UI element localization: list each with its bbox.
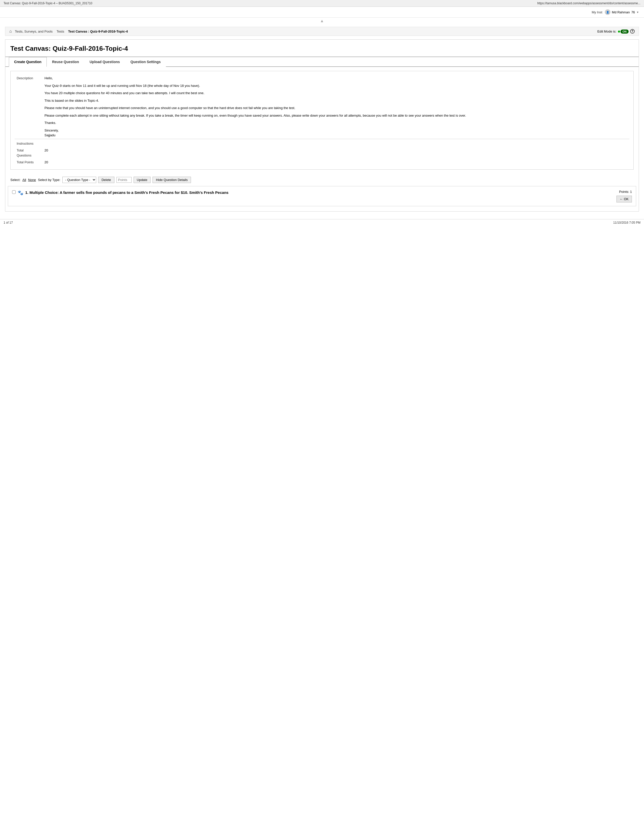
breadcrumb-bar: ⌂ Tests, Surveys, and Pools Tests Test C… <box>5 27 639 36</box>
desc-para-3: This is based on the slides in Topic-4. <box>45 98 627 103</box>
total-points-row: Total Points 20 <box>14 159 630 166</box>
nav-expand-arrow[interactable]: ▲ <box>0 18 644 24</box>
select-none-link[interactable]: None <box>28 178 36 182</box>
help-button[interactable]: ? <box>630 29 635 34</box>
edit-mode-control: Edit Mode is: ON ? <box>597 29 635 34</box>
total-points-label: Total Points <box>14 159 42 166</box>
browser-bar: Test Canvas: Quiz-9-Fall-2016-Topic-4 – … <box>0 0 644 7</box>
select-by-type-label: Select by Type: <box>38 178 60 182</box>
desc-para-4: Please note that you should have an unin… <box>45 106 627 111</box>
tab-reuse-question[interactable]: Reuse Question <box>47 57 84 67</box>
instructions-label: Instructions <box>14 139 42 147</box>
controls-row: Select: All None Select by Type: - Quest… <box>5 174 639 186</box>
question-points-value: 1 <box>630 190 632 194</box>
question-text: 1. Multiple Choice: A farmer sells five … <box>25 190 229 195</box>
tabs-bar: Create Question Reuse Question Upload Qu… <box>5 57 639 67</box>
user-score: 76 <box>631 10 635 14</box>
description-section: Description Hello, Your Quiz-9 starts on… <box>10 71 634 170</box>
question-checkbox[interactable] <box>12 190 16 194</box>
edit-mode-label: Edit Mode is: <box>597 29 616 33</box>
desc-para-6: Thanks. <box>45 121 627 125</box>
points-input[interactable] <box>116 177 132 183</box>
user-dropdown-arrow[interactable]: ▼ <box>636 11 639 14</box>
question-body: A farmer sells five pounds of pecans to … <box>60 190 228 195</box>
question-left: 🐾 1. Multiple Choice: A farmer sells fiv… <box>12 190 599 196</box>
breadcrumb-separator-2 <box>54 29 55 33</box>
breadcrumb: ⌂ Tests, Surveys, and Pools Tests Test C… <box>9 29 128 34</box>
desc-para-2: You have 20 multiple choice questions fo… <box>45 91 627 96</box>
question-type-icon: 🐾 <box>18 190 23 196</box>
hide-question-details-button[interactable]: Hide Question Details <box>153 177 191 183</box>
breadcrumb-link-tests[interactable]: Tests <box>56 29 64 33</box>
update-button[interactable]: Update <box>134 177 151 183</box>
question-row-1: 🐾 1. Multiple Choice: A farmer sells fiv… <box>8 186 636 206</box>
ok-button[interactable]: ← OK <box>617 196 632 203</box>
edit-mode-indicator: ON <box>618 29 629 33</box>
user-info: 👤 Md Rahman 76 ▼ <box>605 9 639 15</box>
question-type-select[interactable]: - Question Type - <box>63 177 96 183</box>
on-badge[interactable]: ON <box>620 29 629 34</box>
description-table: Description Hello, Your Quiz-9 starts on… <box>14 75 630 166</box>
tab-create-question[interactable]: Create Question <box>9 57 47 67</box>
total-questions-value: 20 <box>42 147 630 159</box>
top-nav: My Inst 👤 Md Rahman 76 ▼ <box>0 7 644 18</box>
desc-para-5: Please complete each attempt in one sitt… <box>45 113 627 118</box>
description-row: Description Hello, Your Quiz-9 starts on… <box>14 75 630 139</box>
total-questions-row: TotalQuestions 20 <box>14 147 630 159</box>
user-name: Md Rahman <box>612 10 630 14</box>
browser-title: Test Canvas: Quiz-9-Fall-2016-Topic-4 – … <box>3 2 92 5</box>
footer-bar: 1 of 17 11/10/2016 7:05 PM <box>0 219 644 226</box>
select-label: Select: <box>10 178 21 182</box>
question-points-label: Points: 1 <box>602 190 632 194</box>
desc-para-1: Your Quiz-9 starts on Nov 11 and it will… <box>45 83 627 88</box>
page-info: 1 of 17 <box>3 221 13 224</box>
delete-button[interactable]: Delete <box>98 177 114 183</box>
green-dot-icon <box>618 31 620 32</box>
select-all-link[interactable]: All <box>23 178 26 182</box>
my-inst-label: My Inst <box>592 10 602 14</box>
avatar: 👤 <box>605 9 610 15</box>
breadcrumb-separator-3 <box>66 29 67 33</box>
total-points-value: 20 <box>42 159 630 166</box>
question-number: 1. <box>25 190 29 195</box>
question-type-label: Multiple Choice: <box>29 190 59 195</box>
breadcrumb-current: Test Canvas : Quiz-9-Fall-2016-Topic-4 <box>68 29 128 33</box>
instructions-value <box>42 139 630 147</box>
question-right: Points: 1 ← OK <box>602 190 632 203</box>
canvas-wrapper: Test Canvas: Quiz-9-Fall-2016-Topic-4 Cr… <box>5 39 639 212</box>
timestamp: 11/10/2016 7:05 PM <box>613 221 641 224</box>
total-questions-label: TotalQuestions <box>14 147 42 159</box>
page-title: Test Canvas: Quiz-9-Fall-2016-Topic-4 <box>5 40 639 57</box>
instructions-row: Instructions <box>14 139 630 147</box>
description-label: Description <box>14 75 42 139</box>
desc-para-0: Hello, <box>45 76 627 81</box>
desc-para-7: Sincerely,Sajjadu <box>45 128 627 138</box>
tab-upload-questions[interactable]: Upload Questions <box>84 57 125 67</box>
tab-question-settings[interactable]: Question Settings <box>125 57 166 67</box>
breadcrumb-link-tests-surveys[interactable]: Tests, Surveys, and Pools <box>15 29 53 33</box>
main-content: ⌂ Tests, Surveys, and Pools Tests Test C… <box>0 24 644 217</box>
description-value: Hello, Your Quiz-9 starts on Nov 11 and … <box>42 75 630 139</box>
home-icon[interactable]: ⌂ <box>9 29 12 34</box>
browser-url: https://tamusa.blackboard.com/webapps/as… <box>537 2 641 5</box>
